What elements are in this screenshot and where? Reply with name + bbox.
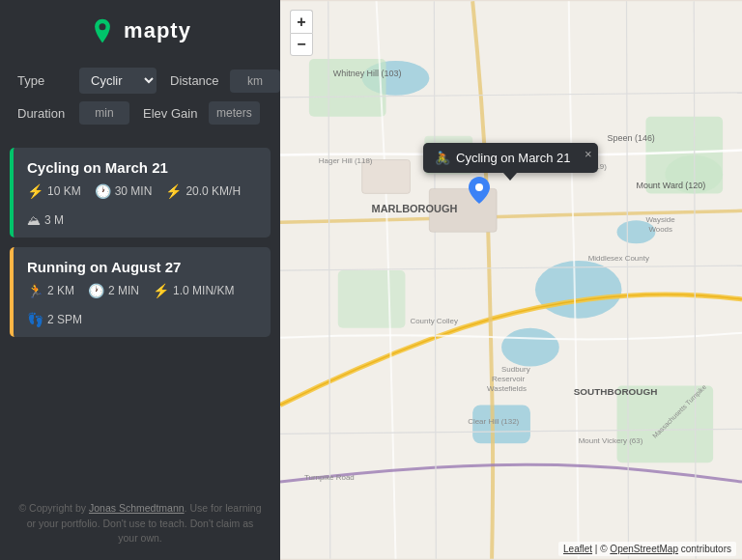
svg-point-3: [535, 261, 622, 319]
svg-text:Turnpike Road: Turnpike Road: [304, 473, 355, 482]
stat-pace-running: ⚡ 1.0 MIN/KM: [153, 283, 234, 298]
zoom-in-button[interactable]: +: [290, 10, 313, 33]
svg-text:County Colley: County Colley: [410, 317, 458, 325]
svg-text:Whitney Hill (103): Whitney Hill (103): [333, 69, 402, 78]
duration-row: Duration min Elev Gain meters: [17, 101, 263, 125]
workout-list: Cycling on March 21 ⚡ 10 KM 🕐 30 MIN ⚡ 2…: [0, 144, 280, 491]
popup-icon: 🚴: [435, 151, 450, 165]
clock-icon-run: 🕐: [88, 283, 104, 298]
workout-stats-running: 🏃 2 KM 🕐 2 MIN ⚡ 1.0 MIN/KM 👣 2 SPM: [27, 283, 257, 327]
popup-text: Cycling on March 21: [456, 151, 571, 165]
distance-value-running: 2 KM: [47, 284, 74, 297]
svg-rect-14: [362, 160, 411, 194]
svg-rect-9: [338, 270, 406, 328]
duration-label: Duration: [17, 106, 73, 121]
elevation-unit: meters: [209, 101, 260, 125]
cadence-value-running: 2 SPM: [47, 313, 82, 326]
duration-value-running: 2 MIN: [108, 284, 139, 297]
stat-duration-running: 🕐 2 MIN: [88, 283, 139, 298]
workout-form: Type Cyclir Running Distance km Duration…: [0, 58, 280, 144]
svg-text:MARLBOROUGH: MARLBOROUGH: [372, 203, 458, 214]
type-label: Type: [17, 73, 73, 88]
map-container[interactable]: Whitney Hill (103) Hager Hill (118) Spee…: [280, 0, 742, 560]
clock-icon: 🕐: [95, 183, 111, 199]
svg-point-33: [475, 183, 483, 191]
map-popup: 🚴 Cycling on March 21 ×: [423, 143, 598, 173]
sidebar-footer: © Copyright by Jonas Schmedtmann. Use fo…: [0, 491, 280, 560]
stat-elevation-cycling: ⛰ 3 M: [27, 212, 64, 228]
speed-icon: ⚡: [165, 183, 182, 199]
svg-text:Reservoir: Reservoir: [492, 375, 525, 383]
distance-label: Distance: [170, 73, 224, 88]
stat-distance-cycling: ⚡ 10 KM: [27, 183, 81, 199]
svg-text:Clear Hill (132): Clear Hill (132): [468, 417, 519, 426]
svg-text:Middlesex County: Middlesex County: [588, 254, 649, 263]
map-background: Whitney Hill (103) Hager Hill (118) Spee…: [280, 0, 742, 560]
logo-icon: [89, 17, 116, 44]
leaflet-link[interactable]: Leaflet: [563, 544, 592, 554]
zoom-out-button[interactable]: −: [290, 33, 313, 56]
svg-point-4: [501, 328, 559, 367]
distance-icon: ⚡: [27, 183, 43, 199]
speed-value: 20.0 KM/H: [186, 184, 241, 198]
pace-icon: ⚡: [153, 283, 169, 298]
svg-text:Wayside: Wayside: [645, 215, 675, 224]
map-pin: [469, 177, 490, 210]
svg-text:Mount Vickery (63): Mount Vickery (63): [579, 436, 643, 445]
type-select[interactable]: Cyclir Running: [79, 68, 157, 94]
distance-unit: km: [230, 70, 280, 93]
contributors-text: contributors: [681, 544, 731, 554]
workout-card-cycling[interactable]: Cycling on March 21 ⚡ 10 KM 🕐 30 MIN ⚡ 2…: [10, 148, 271, 238]
type-row: Type Cyclir Running Distance km: [17, 68, 263, 94]
pace-value-running: 1.0 MIN/KM: [173, 284, 234, 297]
map-controls: + −: [290, 10, 313, 56]
osm-link[interactable]: OpenStreetMap: [610, 544, 678, 554]
workout-title-cycling: Cycling on March 21: [27, 159, 257, 176]
svg-text:SOUTHBOROUGH: SOUTHBOROUGH: [574, 387, 658, 398]
svg-text:Sudbury: Sudbury: [501, 365, 530, 374]
workout-title-running: Running on August 27: [27, 259, 257, 275]
footer-text: © Copyright by: [18, 502, 89, 514]
duration-value: min: [79, 101, 129, 125]
elevation-label: Elev Gain: [143, 106, 203, 121]
sidebar: mapty Type Cyclir Running Distance km Du…: [0, 0, 280, 560]
workout-card-running[interactable]: Running on August 27 🏃 2 KM 🕐 2 MIN ⚡ 1.…: [10, 247, 271, 337]
stat-duration-cycling: 🕐 30 MIN: [95, 183, 153, 199]
elevation-icon: ⛰: [27, 212, 41, 228]
app-header: mapty: [0, 0, 280, 58]
svg-text:Wastefields: Wastefields: [487, 384, 527, 393]
stat-distance-running: 🏃 2 KM: [27, 283, 74, 298]
elevation-value: 3 M: [44, 213, 64, 227]
svg-text:Speen (146): Speen (146): [608, 133, 655, 143]
duration-value: 30 MIN: [115, 184, 153, 198]
svg-text:Woods: Woods: [648, 225, 672, 234]
stat-speed-cycling: ⚡ 20.0 KM/H: [165, 183, 241, 199]
app-title: mapty: [124, 18, 191, 43]
stat-cadence-running: 👣 2 SPM: [27, 312, 82, 327]
run-icon: 🏃: [27, 283, 43, 298]
map-attribution: Leaflet | © OpenStreetMap contributors: [558, 542, 736, 556]
popup-close-button[interactable]: ×: [585, 147, 592, 161]
svg-text:Hager Hill (118): Hager Hill (118): [319, 156, 373, 165]
cadence-icon: 👣: [27, 312, 43, 327]
distance-value: 10 KM: [47, 184, 81, 198]
svg-point-0: [100, 23, 106, 30]
svg-text:Mount Ward (120): Mount Ward (120): [636, 181, 705, 190]
footer-link[interactable]: Jonas Schmedtmann: [89, 502, 185, 514]
workout-stats-cycling: ⚡ 10 KM 🕐 30 MIN ⚡ 20.0 KM/H ⛰ 3 M: [27, 183, 257, 228]
